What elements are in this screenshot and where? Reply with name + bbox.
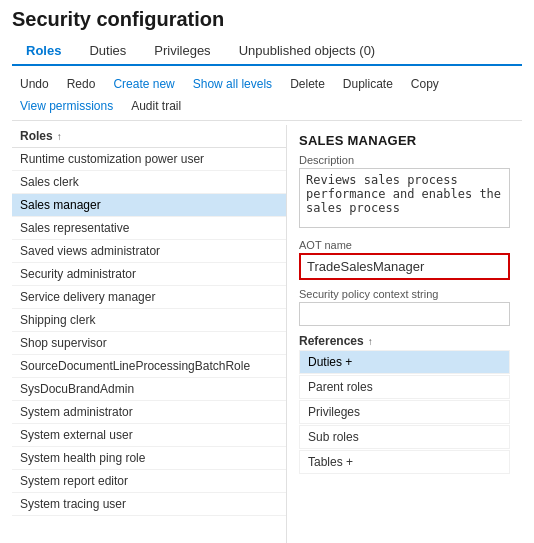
aot-name-field: AOT name TradeSalesManager (299, 239, 510, 280)
view-permissions-button[interactable]: View permissions (12, 96, 121, 116)
undo-button[interactable]: Undo (12, 74, 57, 94)
references-sort-icon: ↑ (368, 336, 373, 347)
list-item[interactable]: Shop supervisor (12, 332, 286, 355)
list-item[interactable]: System tracing user (12, 493, 286, 516)
description-textarea[interactable]: Reviews sales process performance and en… (299, 168, 510, 228)
security-policy-input[interactable] (299, 302, 510, 326)
list-item[interactable]: System health ping role (12, 447, 286, 470)
left-panel: Roles ↑ Runtime customization power user… (12, 125, 287, 543)
references-label: References (299, 334, 364, 348)
tab-roles[interactable]: Roles (12, 37, 75, 66)
redo-button[interactable]: Redo (59, 74, 104, 94)
ref-item-parent-roles[interactable]: Parent roles (299, 375, 510, 399)
delete-button[interactable]: Delete (282, 74, 333, 94)
roles-list: Runtime customization power user Sales c… (12, 148, 286, 516)
main-content: Roles ↑ Runtime customization power user… (12, 125, 522, 543)
list-item[interactable]: Sales representative (12, 217, 286, 240)
references-header: References ↑ (299, 334, 510, 348)
list-header-label: Roles (20, 129, 53, 143)
right-panel: SALES MANAGER Description Reviews sales … (287, 125, 522, 543)
list-item-selected[interactable]: Sales manager (12, 194, 286, 217)
list-item[interactable]: Service delivery manager (12, 286, 286, 309)
list-item[interactable]: System report editor (12, 470, 286, 493)
tab-duties[interactable]: Duties (75, 37, 140, 64)
tab-privileges[interactable]: Privileges (140, 37, 224, 64)
toolbar: Undo Redo Create new Show all levels Del… (12, 70, 522, 121)
duplicate-button[interactable]: Duplicate (335, 74, 401, 94)
list-item[interactable]: Sales clerk (12, 171, 286, 194)
page-container: Security configuration Roles Duties Priv… (0, 0, 534, 543)
list-item[interactable]: System external user (12, 424, 286, 447)
description-label: Description (299, 154, 510, 166)
detail-title: SALES MANAGER (299, 133, 510, 148)
list-item[interactable]: Saved views administrator (12, 240, 286, 263)
copy-button[interactable]: Copy (403, 74, 447, 94)
list-item[interactable]: Security administrator (12, 263, 286, 286)
list-item[interactable]: SysDocuBrandAdmin (12, 378, 286, 401)
aot-name-label: AOT name (299, 239, 510, 251)
aot-name-value[interactable]: TradeSalesManager (299, 253, 510, 280)
ref-item-duties[interactable]: Duties + (299, 350, 510, 374)
ref-item-privileges[interactable]: Privileges (299, 400, 510, 424)
security-policy-field: Security policy context string (299, 288, 510, 326)
list-item[interactable]: SourceDocumentLineProcessingBatchRole (12, 355, 286, 378)
create-new-button[interactable]: Create new (105, 74, 182, 94)
ref-item-tables[interactable]: Tables + (299, 450, 510, 474)
list-item[interactable]: Shipping clerk (12, 309, 286, 332)
audit-trail-button[interactable]: Audit trail (123, 96, 189, 116)
tab-unpublished[interactable]: Unpublished objects (0) (225, 37, 390, 64)
list-sort-icon: ↑ (57, 131, 62, 142)
show-all-levels-button[interactable]: Show all levels (185, 74, 280, 94)
references-section: References ↑ Duties + Parent roles Privi… (299, 334, 510, 474)
description-field: Description Reviews sales process perfor… (299, 154, 510, 231)
ref-item-sub-roles[interactable]: Sub roles (299, 425, 510, 449)
list-item[interactable]: System administrator (12, 401, 286, 424)
page-title: Security configuration (12, 8, 522, 31)
tab-bar: Roles Duties Privileges Unpublished obje… (12, 37, 522, 66)
references-list: Duties + Parent roles Privileges Sub rol… (299, 350, 510, 474)
security-policy-label: Security policy context string (299, 288, 510, 300)
list-item[interactable]: Runtime customization power user (12, 148, 286, 171)
list-header: Roles ↑ (12, 125, 286, 148)
